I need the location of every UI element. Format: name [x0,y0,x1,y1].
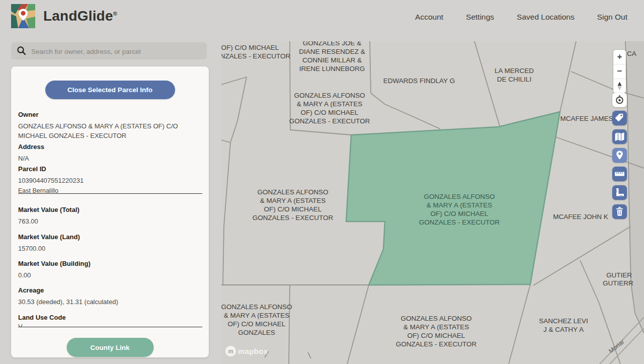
nav-saved-locations[interactable]: Saved Locations [517,13,575,22]
parcel-id-value: 103904407551220231 [18,176,202,185]
county-link-button[interactable]: County Link [66,338,153,357]
market-total-value: 763.00 [18,216,202,226]
nav-sign-out[interactable]: Sign Out [597,13,627,22]
parcel-label-partial: CA [627,49,636,58]
address-label: Address [18,143,202,151]
search-input[interactable] [30,42,203,60]
parcel-label: EDWARDS FINDLAY G [383,77,455,85]
search-icon [17,46,26,55]
map-icon [612,129,627,144]
parcel-tags-button[interactable] [612,111,627,125]
zoom-in-button[interactable]: + [613,50,626,64]
pin-icon [612,148,627,163]
nav-settings[interactable]: Settings [466,13,494,22]
ruler-icon [612,167,627,181]
compass-button[interactable] [613,79,626,93]
zoom-out-button[interactable]: − [613,64,626,79]
measure-distance-button[interactable] [612,167,627,181]
market-building-label: Market Value (Building) [18,260,202,267]
map[interactable]: OF) C/O MICHAELGONZALES - EXECUTORGONZAL… [221,41,644,364]
tag-icon [612,111,627,125]
address-value: N/A [18,154,202,163]
compass-icon [613,79,626,93]
parcel-info-panel: Close Selected Parcel Info Owner GONZALE… [11,66,209,357]
parcel-label: GONZALES ALFONSO& MARY A (ESTATESOF) C/O… [221,303,292,337]
nav-account[interactable]: Account [415,13,443,22]
clear-selection-button[interactable] [612,204,627,219]
map-zoom-control: + − [613,50,626,93]
parcel-label: LA MERCEDDE CHILILI [495,66,534,84]
market-building-value: 0.00 [18,270,202,280]
measure-area-button[interactable] [612,185,627,200]
geolocate-icon [612,93,627,107]
acreage-label: Acreage [18,286,202,294]
angle-ruler-icon [612,185,627,200]
landglide-logo-icon [11,4,35,28]
mapbox-wordmark: mapbox [238,347,268,355]
parcel-label: GONZALES ALFONSO& MARY A (ESTATESOF) C/O… [253,188,333,222]
parcel-label: OF) C/O MICHAELGONZALES - EXECUTOR [221,43,290,60]
top-nav: Account Settings Saved Locations Sign Ou… [415,13,627,22]
mapbox-attribution[interactable]: m mapbox [225,346,268,356]
land-use-label: Land Use Code [18,314,202,321]
drop-pin-button[interactable] [612,148,627,163]
trash-icon [612,204,627,219]
parcel-label: GUTIERR [603,279,633,287]
acreage-value: 30.53 (deeded), 31.31 (calculated) [18,297,202,307]
parcel-label: GONZALES ALFONSO& MARY A (ESTATESOF) C/O… [419,192,500,227]
owner-value: GONZALES ALFONSO & MARY A (ESTATES OF) C… [18,121,202,140]
search-bar [11,42,207,59]
close-parcel-info-button[interactable]: Close Selected Parcel Info [45,81,175,99]
parcel-label: GONZALES ALFONSO& MARY A (ESTATESOF) C/O… [289,91,370,125]
parcel-label: GONZALES ALFONSO& MARY A (ESTATESOF) C/O… [396,314,476,348]
basemap-button[interactable] [612,129,627,144]
parcel-label: GUTIER [606,271,632,279]
parcel-id-label: Parcel ID [18,165,202,173]
geolocate-button[interactable] [612,93,627,107]
app-title: LandGlide® [43,8,117,24]
market-total-label: Market Value (Total) [18,206,202,213]
parcel-label: SANCHEZ LEVIJ & CATHY A [539,317,588,334]
market-land-label: Market Value (Land) [18,233,202,241]
landglide-app: LandGlide® Account Settings Saved Locati… [0,0,644,364]
parcel-label: MCAFEE JAMES [560,114,613,123]
parcel-label: MCAFEE JOHN K [553,212,608,221]
scroll-divider-bottom [18,327,202,327]
parcel-label: GONZALES JOE &DIANE RESENDEZ &CONNIE MIL… [299,41,365,73]
scroll-divider-top [18,193,202,194]
land-use-value-partial: V [18,323,23,327]
owner-label: Owner [18,111,202,118]
mapbox-logo-icon: m [225,346,236,356]
market-land-value: 15700.00 [18,244,202,253]
